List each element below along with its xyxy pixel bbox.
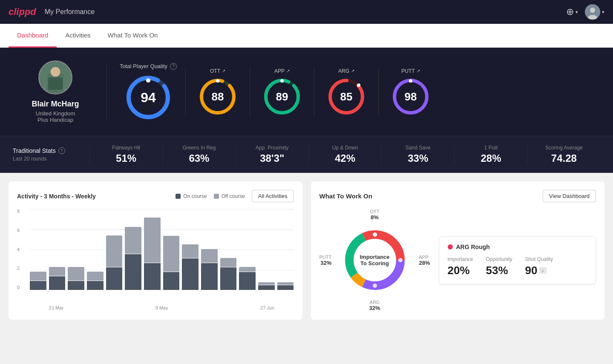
player-handicap: Plus Handicap [37,117,73,123]
donut-wrapper: OTT 8% APP 28% ARG 32% PUTT 32% [319,209,430,311]
bar-group-0 [30,209,46,290]
total-quality-ring: 94 [125,74,172,121]
add-icon: ⊕ [566,6,574,17]
arg-label: ARG ↗ [338,68,354,74]
shot-quality-badge: ↓ [539,267,547,274]
ott-label: OTT ↗ [210,68,225,74]
putt-ring: 98 [391,77,430,116]
what-to-work-on-card: What To Work On View Dashboard OTT 8% AP… [311,181,605,320]
bar-bottom-11 [239,272,256,290]
add-button[interactable]: ⊕ ▾ [566,6,578,17]
svg-point-1 [590,8,595,13]
stat-greens-in-reg: Greens In Reg 63% [162,145,235,164]
app-ring: 89 [263,77,301,116]
all-activities-button[interactable]: All Activities [252,190,294,202]
avatar-button[interactable]: ▾ [585,4,604,20]
legend-on-course-dot [176,194,181,199]
arg-ring: 85 [327,77,365,116]
x-label-9-may: 9 May [135,305,188,310]
chart-area: 8 6 4 2 0 [17,209,294,303]
argh-dot [448,244,453,249]
tabs-nav: Dashboard Activities What To Work On [0,24,613,48]
bar-top-11 [239,267,256,272]
hero-section: Blair McHarg United Kingdom Plus Handica… [0,48,613,173]
bar-top-7 [163,236,180,272]
sub-scores: OTT ↗ 88 APP [185,68,443,116]
app-score: 89 [276,90,288,103]
app-trend-icon: ↗ [286,69,290,73]
bar-group-13 [277,209,294,290]
argh-metrics: Importance 20% Opportunity 53% Shot Qual… [448,256,587,277]
svg-point-27 [373,232,377,237]
bottom-section: Activity - 3 Months - Weekly On course O… [0,173,613,328]
svg-point-5 [51,67,60,77]
bar-bottom-13 [277,285,294,290]
legend-off-course-dot [214,194,219,199]
bar-bottom-3 [87,281,104,290]
bar-top-0 [30,272,46,281]
sub-score-ott: OTT ↗ 88 [185,68,250,116]
tab-activities[interactable]: Activities [57,24,99,48]
bar-group-12 [258,209,275,290]
donut-label-putt: PUTT 32% [319,255,332,266]
sub-score-app: APP ↗ 89 [250,68,314,116]
svg-point-9 [146,78,150,83]
bar-bottom-6 [144,263,161,290]
avatar-chevron: ▾ [602,9,604,15]
player-avatar-image [39,60,72,95]
x-label-spacer1 [83,305,135,310]
svg-point-12 [216,79,219,83]
trad-stats-subtitle: Last 20 rounds [13,156,89,162]
legend-off-course: Off course [214,193,245,199]
player-name: Blair McHarg [32,100,79,109]
trad-stats-info-icon[interactable]: ? [58,147,65,154]
bar-group-11 [239,209,256,290]
bar-top-8 [182,244,199,258]
putt-score: 98 [405,90,417,103]
total-quality-label: Total Player Quality ? [120,63,177,70]
traditional-stats: Traditional Stats ? Last 20 rounds Fairw… [0,136,613,173]
bar-bottom-0 [30,281,46,290]
bar-bottom-7 [163,272,180,290]
svg-point-29 [373,284,377,288]
putt-trend-icon: ↗ [417,69,420,73]
bar-bottom-4 [106,267,123,290]
total-quality-score: 94 [141,89,156,105]
ott-score: 88 [212,90,224,103]
legend-on-course: On course [176,193,207,199]
header-right: ⊕ ▾ ▾ [566,4,604,20]
argh-shot-quality: Shot Quality 90 ↓ [525,256,553,277]
bar-top-9 [201,249,218,263]
x-label-21-mar: 21 Mar [30,305,83,310]
stat-scoring-average: Scoring Average 74.28 [527,145,600,164]
argh-importance: Importance 20% [448,256,473,277]
scores-section: Total Player Quality ? 94 OTT [106,63,600,121]
ott-ring: 88 [199,77,237,116]
tab-dashboard[interactable]: Dashboard [9,24,57,48]
bar-top-6 [144,218,161,263]
arg-detail-card: ARG Rough Importance 20% Opportunity 53%… [439,236,596,284]
view-dashboard-button[interactable]: View Dashboard [543,190,596,202]
putt-label: PUTT ↗ [401,68,420,74]
svg-point-28 [398,258,403,262]
bar-bottom-12 [258,285,275,290]
stat-up-and-down: Up & Down 42% [308,145,381,164]
sub-score-putt: PUTT ↗ 98 [378,68,443,116]
stat-fairways-hit: Fairways Hit 51% [89,145,162,164]
stat-app-proximity: App. Proximity 38'3" [236,145,308,164]
bar-top-5 [125,227,141,254]
donut-svg [341,226,409,294]
bar-group-2 [68,209,84,290]
trad-stats-title: Traditional Stats ? [13,147,89,154]
bar-top-4 [106,235,123,267]
player-info: Blair McHarg United Kingdom Plus Handica… [13,60,98,123]
tab-what-to-work-on[interactable]: What To Work On [99,24,167,48]
total-quality-info-icon[interactable]: ? [170,63,177,70]
chart-bars [17,209,294,290]
header: clippd My Performance ⊕ ▾ ▾ [0,0,613,24]
bar-group-7 [163,209,180,290]
bar-group-4 [106,209,123,290]
activity-title: Activity - 3 Months - Weekly [17,193,96,200]
wtwo-title: What To Work On [319,192,372,200]
wtwo-content: OTT 8% APP 28% ARG 32% PUTT 32% [319,209,596,311]
